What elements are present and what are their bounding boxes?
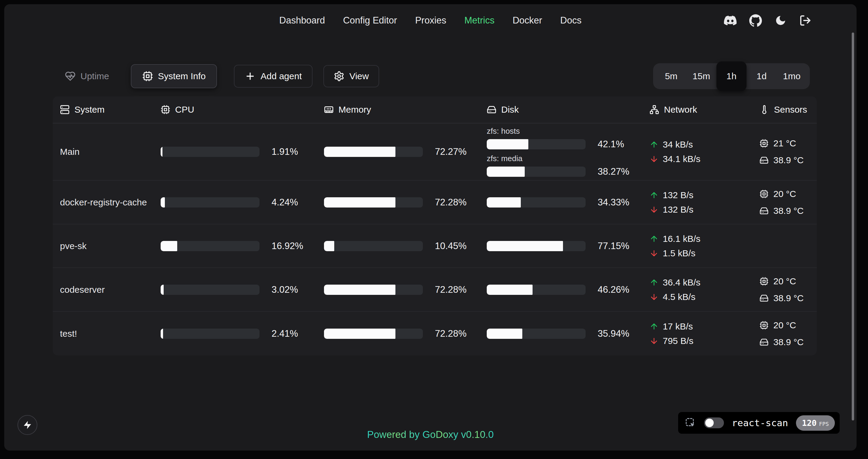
discord-icon[interactable] (724, 14, 737, 27)
hard-drive-icon (760, 156, 769, 165)
disk-temp: 38.9 °C (773, 337, 804, 347)
disk-label: zfs: media (487, 154, 650, 163)
memory-value: 10.45% (435, 241, 467, 252)
react-scan-toggle[interactable] (704, 418, 724, 428)
time-range-1h[interactable]: 1h (716, 61, 747, 91)
uptime-tab-label: Uptime (81, 71, 109, 81)
column-header-sensors: Sensors (760, 104, 817, 115)
logout-icon[interactable] (799, 14, 811, 27)
system-name: test! (53, 329, 161, 339)
column-header-system: System (53, 104, 161, 115)
time-range-15m[interactable]: 15m (686, 66, 716, 87)
top-navigation: Dashboard Config Editor Proxies Metrics … (4, 4, 857, 37)
table-row[interactable]: pve-sk 16.92% 10.45% 77.15% 16.1 kB/s (53, 224, 817, 268)
network-cell: 16.1 kB/s 1.5 kB/s (650, 234, 760, 258)
memory-value: 72.28% (435, 284, 467, 295)
network-icon (650, 105, 659, 114)
memory-bar (324, 147, 423, 157)
cpu-icon (760, 277, 769, 286)
download-arrow-icon (650, 249, 658, 258)
table-row[interactable]: codeserver 3.02% 72.28% 46.26% 36.4 kB/s (53, 268, 817, 312)
column-label: CPU (175, 104, 194, 115)
disk-value: 38.27% (598, 166, 629, 177)
cpu-cell: 16.92% (161, 241, 324, 252)
version-text: v0.10.0 (458, 429, 494, 440)
heart-pulse-icon (65, 71, 76, 81)
hard-drive-icon (760, 206, 769, 215)
column-label: Disk (501, 104, 519, 115)
inspect-icon[interactable] (685, 417, 696, 429)
nav-item-docker[interactable]: Docker (513, 15, 542, 26)
powered-by-text: Powered by (367, 429, 422, 440)
time-range-1mo[interactable]: 1mo (777, 66, 807, 87)
thermometer-icon (760, 105, 769, 114)
cpu-value: 4.24% (272, 197, 298, 208)
network-cell: 17 kB/s 795 B/s (650, 321, 760, 346)
zap-icon (23, 420, 32, 430)
table-row[interactable]: test! 2.41% 72.28% 35.94% 17 kB/s (53, 312, 817, 355)
cpu-temp: 20 °C (773, 320, 796, 330)
download-arrow-icon (650, 155, 658, 164)
memory-cell: 72.28% (324, 197, 487, 208)
disk-bar (487, 329, 586, 339)
table-row[interactable]: docker-registry-cache 4.24% 72.28% 34.33… (53, 181, 817, 224)
nav-item-proxies[interactable]: Proxies (415, 15, 446, 26)
download-speed: 4.5 kB/s (663, 292, 695, 302)
time-range-1d[interactable]: 1d (747, 66, 777, 87)
uptime-tab[interactable]: Uptime (62, 71, 112, 81)
hard-drive-icon (487, 105, 496, 114)
cpu-value: 16.92% (272, 241, 303, 252)
table-header: System CPU Memory Disk Network Sensors (53, 96, 817, 124)
github-icon[interactable] (749, 14, 762, 27)
upload-speed: 36.4 kB/s (663, 277, 701, 288)
column-header-disk: Disk (487, 104, 650, 115)
nav-item-config-editor[interactable]: Config Editor (343, 15, 397, 26)
disk-value: 35.94% (598, 328, 629, 339)
system-info-button[interactable]: System Info (131, 64, 217, 88)
nav-item-docs[interactable]: Docs (560, 15, 582, 26)
cpu-bar (161, 329, 259, 339)
system-name: docker-registry-cache (53, 197, 161, 207)
cpu-cell: 3.02% (161, 284, 324, 295)
add-agent-button[interactable]: Add agent (234, 65, 313, 88)
memory-cell: 72.27% (324, 146, 487, 157)
metrics-table: System CPU Memory Disk Network Sensors (53, 96, 817, 355)
view-button[interactable]: View (323, 65, 379, 87)
disk-cell: 34.33% (487, 197, 650, 208)
cpu-value: 3.02% (272, 284, 298, 295)
column-label: System (74, 104, 104, 115)
time-range-selector: 5m 15m 1h 1d 1mo (653, 63, 810, 89)
upload-arrow-icon (650, 140, 658, 149)
memory-icon (324, 105, 334, 114)
disk-label: zfs: hosts (487, 127, 650, 136)
column-label: Memory (338, 104, 371, 115)
download-speed: 795 B/s (663, 336, 693, 346)
cpu-cell: 4.24% (161, 197, 324, 208)
react-scan-widget: react-scan 120 FPS (678, 412, 840, 434)
cpu-cell: 1.91% (161, 146, 324, 157)
sensors-cell: 21 °C 38.9 °C (760, 138, 817, 165)
disk-temp: 38.9 °C (773, 293, 804, 303)
upload-speed: 16.1 kB/s (663, 234, 701, 244)
upload-arrow-icon (650, 322, 658, 331)
cpu-cell: 2.41% (161, 328, 324, 339)
column-label: Sensors (774, 104, 807, 115)
disk-cell: 46.26% (487, 284, 650, 295)
zap-button[interactable] (18, 415, 37, 435)
fps-badge: 120 FPS (796, 415, 835, 431)
nav-item-metrics[interactable]: Metrics (464, 15, 495, 26)
disk-temp: 38.9 °C (773, 206, 804, 216)
cpu-icon (760, 139, 769, 148)
time-range-5m[interactable]: 5m (656, 66, 686, 87)
table-row[interactable]: Main 1.91% 72.27% zfs: hosts 42.1% zf (53, 124, 817, 181)
cpu-bar (161, 285, 259, 295)
sensors-cell: 20 °C 38.9 °C (760, 320, 817, 347)
gear-icon (334, 71, 344, 81)
network-cell: 132 B/s 132 B/s (650, 190, 760, 215)
vertical-scrollbar[interactable] (852, 33, 854, 421)
cpu-temp: 21 °C (773, 138, 796, 149)
nav-icon-group (724, 14, 811, 27)
moon-icon[interactable] (775, 14, 786, 27)
nav-item-dashboard[interactable]: Dashboard (279, 15, 325, 26)
godoxy-link[interactable]: GoDoxy (422, 429, 458, 440)
